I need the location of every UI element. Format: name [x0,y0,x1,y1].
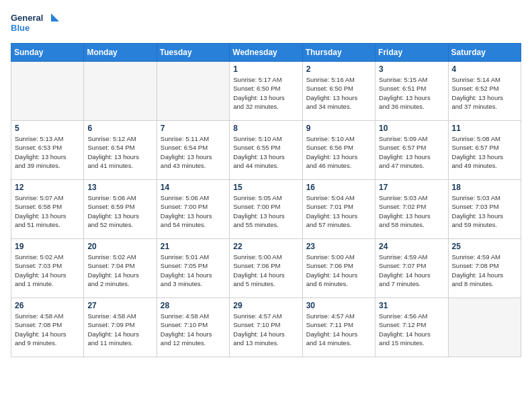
calendar-cell: 13Sunrise: 5:06 AM Sunset: 6:59 PM Dayli… [84,180,157,239]
day-info: Sunrise: 5:08 AM Sunset: 6:57 PM Dayligh… [452,134,517,170]
day-number: 9 [306,124,371,133]
calendar-table: SundayMondayTuesdayWednesdayThursdayFrid… [11,43,521,357]
day-number: 4 [452,64,517,74]
day-info: Sunrise: 5:05 AM Sunset: 7:00 PM Dayligh… [233,193,298,229]
calendar-cell: 20Sunrise: 5:02 AM Sunset: 7:04 PM Dayli… [84,239,157,298]
header-row: SundayMondayTuesdayWednesdayThursdayFrid… [11,44,521,62]
calendar-cell: 22Sunrise: 5:00 AM Sunset: 7:06 PM Dayli… [230,239,302,298]
svg-text:Blue: Blue [11,23,30,33]
col-header-monday: Monday [84,44,157,62]
day-number: 1 [233,64,298,74]
day-number: 6 [87,124,152,133]
day-info: Sunrise: 4:58 AM Sunset: 7:08 PM Dayligh… [15,312,80,347]
day-number: 7 [161,124,226,133]
day-info: Sunrise: 4:58 AM Sunset: 7:10 PM Dayligh… [161,312,226,347]
day-info: Sunrise: 5:14 AM Sunset: 6:52 PM Dayligh… [452,75,517,111]
calendar-cell: 9Sunrise: 5:10 AM Sunset: 6:56 PM Daylig… [302,121,375,180]
calendar-cell: 27Sunrise: 4:58 AM Sunset: 7:09 PM Dayli… [84,298,157,357]
day-info: Sunrise: 5:03 AM Sunset: 7:03 PM Dayligh… [452,193,517,229]
day-info: Sunrise: 5:10 AM Sunset: 6:55 PM Dayligh… [233,134,298,170]
col-header-friday: Friday [375,44,448,62]
day-number: 27 [87,301,152,310]
calendar-cell: 3Sunrise: 5:15 AM Sunset: 6:51 PM Daylig… [375,62,448,121]
col-header-thursday: Thursday [302,44,375,62]
day-info: Sunrise: 4:57 AM Sunset: 7:10 PM Dayligh… [233,312,298,347]
calendar-cell: 24Sunrise: 4:59 AM Sunset: 7:07 PM Dayli… [375,239,448,298]
day-info: Sunrise: 4:56 AM Sunset: 7:12 PM Dayligh… [379,312,444,347]
day-number: 26 [15,301,80,310]
day-info: Sunrise: 4:59 AM Sunset: 7:07 PM Dayligh… [379,253,444,288]
calendar-cell: 2Sunrise: 5:16 AM Sunset: 6:50 PM Daylig… [302,62,375,121]
day-number: 14 [161,183,226,192]
calendar-cell: 30Sunrise: 4:57 AM Sunset: 7:11 PM Dayli… [302,298,375,357]
calendar-cell [84,62,157,121]
col-header-tuesday: Tuesday [157,44,229,62]
calendar-cell: 15Sunrise: 5:05 AM Sunset: 7:00 PM Dayli… [230,180,302,239]
day-number: 2 [306,64,371,74]
day-info: Sunrise: 5:16 AM Sunset: 6:50 PM Dayligh… [306,75,371,111]
calendar-cell: 1Sunrise: 5:17 AM Sunset: 6:50 PM Daylig… [230,62,302,121]
day-number: 20 [87,242,152,251]
calendar-cell: 6Sunrise: 5:12 AM Sunset: 6:54 PM Daylig… [84,121,157,180]
day-number: 24 [379,242,444,251]
calendar-cell: 12Sunrise: 5:07 AM Sunset: 6:58 PM Dayli… [11,180,84,239]
day-number: 19 [15,242,80,251]
calendar-cell: 18Sunrise: 5:03 AM Sunset: 7:03 PM Dayli… [448,180,521,239]
col-header-sunday: Sunday [11,44,84,62]
day-number: 23 [306,242,371,251]
day-info: Sunrise: 5:03 AM Sunset: 7:02 PM Dayligh… [379,193,444,229]
day-info: Sunrise: 5:07 AM Sunset: 6:58 PM Dayligh… [15,193,80,229]
calendar-cell: 25Sunrise: 4:59 AM Sunset: 7:08 PM Dayli… [448,239,521,298]
day-info: Sunrise: 5:00 AM Sunset: 7:06 PM Dayligh… [306,253,371,288]
calendar-cell: 16Sunrise: 5:04 AM Sunset: 7:01 PM Dayli… [302,180,375,239]
day-number: 17 [379,183,444,192]
day-info: Sunrise: 5:13 AM Sunset: 6:53 PM Dayligh… [15,134,80,170]
svg-marker-0 [51,13,59,21]
calendar-cell: 8Sunrise: 5:10 AM Sunset: 6:55 PM Daylig… [230,121,302,180]
day-info: Sunrise: 4:57 AM Sunset: 7:11 PM Dayligh… [306,312,371,347]
calendar-cell: 4Sunrise: 5:14 AM Sunset: 6:52 PM Daylig… [448,62,521,121]
day-info: Sunrise: 4:58 AM Sunset: 7:09 PM Dayligh… [87,312,152,347]
day-number: 10 [379,124,444,133]
col-header-wednesday: Wednesday [230,44,302,62]
calendar-cell: 28Sunrise: 4:58 AM Sunset: 7:10 PM Dayli… [157,298,229,357]
day-info: Sunrise: 5:10 AM Sunset: 6:56 PM Dayligh… [306,134,371,170]
calendar-cell: 29Sunrise: 4:57 AM Sunset: 7:10 PM Dayli… [230,298,302,357]
day-number: 16 [306,183,371,192]
day-number: 30 [306,301,371,310]
calendar-cell: 11Sunrise: 5:08 AM Sunset: 6:57 PM Dayli… [448,121,521,180]
day-info: Sunrise: 5:09 AM Sunset: 6:57 PM Dayligh… [379,134,444,170]
calendar-cell: 5Sunrise: 5:13 AM Sunset: 6:53 PM Daylig… [11,121,84,180]
day-info: Sunrise: 4:59 AM Sunset: 7:08 PM Dayligh… [452,253,517,288]
svg-text:General: General [11,13,43,23]
calendar-cell [448,298,521,357]
day-number: 15 [233,183,298,192]
day-number: 3 [379,64,444,74]
page-header: GeneralBlue [11,11,521,35]
logo-svg: GeneralBlue [11,11,64,35]
day-number: 31 [379,301,444,310]
day-number: 8 [233,124,298,133]
day-number: 12 [15,183,80,192]
calendar-cell: 21Sunrise: 5:01 AM Sunset: 7:05 PM Dayli… [157,239,229,298]
day-info: Sunrise: 5:06 AM Sunset: 7:00 PM Dayligh… [161,193,226,229]
day-number: 29 [233,301,298,310]
calendar-cell: 19Sunrise: 5:02 AM Sunset: 7:03 PM Dayli… [11,239,84,298]
day-number: 22 [233,242,298,251]
day-info: Sunrise: 5:02 AM Sunset: 7:03 PM Dayligh… [15,253,80,288]
day-number: 21 [161,242,226,251]
day-info: Sunrise: 5:04 AM Sunset: 7:01 PM Dayligh… [306,193,371,229]
week-row-4: 19Sunrise: 5:02 AM Sunset: 7:03 PM Dayli… [11,239,521,298]
day-number: 13 [87,183,152,192]
week-row-5: 26Sunrise: 4:58 AM Sunset: 7:08 PM Dayli… [11,298,521,357]
calendar-cell: 17Sunrise: 5:03 AM Sunset: 7:02 PM Dayli… [375,180,448,239]
calendar-cell: 31Sunrise: 4:56 AM Sunset: 7:12 PM Dayli… [375,298,448,357]
day-number: 5 [15,124,80,133]
week-row-3: 12Sunrise: 5:07 AM Sunset: 6:58 PM Dayli… [11,180,521,239]
day-info: Sunrise: 5:02 AM Sunset: 7:04 PM Dayligh… [87,253,152,288]
day-info: Sunrise: 5:06 AM Sunset: 6:59 PM Dayligh… [87,193,152,229]
day-info: Sunrise: 5:12 AM Sunset: 6:54 PM Dayligh… [87,134,152,170]
day-number: 25 [452,242,517,251]
calendar-cell [157,62,229,121]
day-number: 28 [161,301,226,310]
